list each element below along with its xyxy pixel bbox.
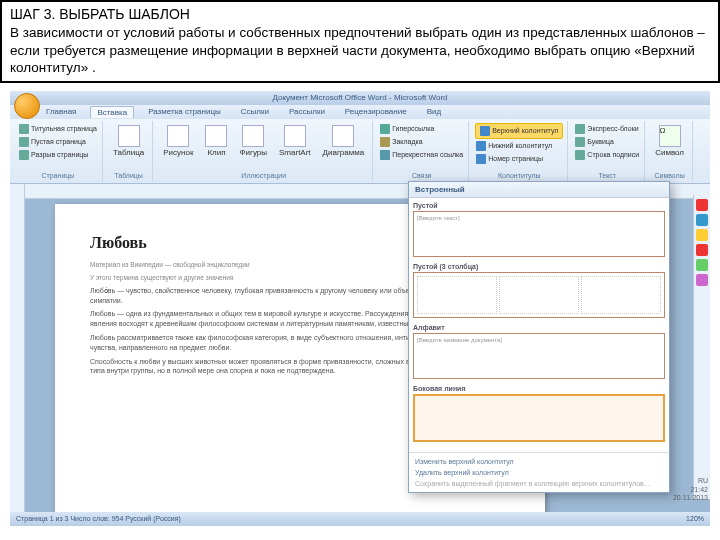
- tab-references[interactable]: Ссылки: [235, 106, 275, 117]
- group-label: Колонтитулы: [475, 172, 563, 179]
- btn-clip[interactable]: Клип: [201, 123, 231, 159]
- tab-view[interactable]: Вид: [421, 106, 447, 117]
- link-icon: [380, 124, 390, 134]
- status-zoom[interactable]: 120%: [686, 515, 704, 522]
- office-button[interactable]: [14, 93, 40, 119]
- clip-icon: [205, 125, 227, 147]
- bookmark-icon: [380, 137, 390, 147]
- chart-icon: [332, 125, 354, 147]
- status-bar: Страница 1 из 3 Число слов: 954 Русский …: [10, 512, 710, 526]
- template-label: Пустой (3 столбца): [413, 263, 665, 270]
- tab-layout[interactable]: Разметка страницы: [142, 106, 227, 117]
- template-preview: [413, 394, 665, 442]
- btn-express[interactable]: Экспресс-блоки: [574, 123, 640, 135]
- group-text: Экспресс-блоки Буквица Строка подписи Те…: [570, 121, 645, 181]
- pagenum-icon: [476, 154, 486, 164]
- dropdown-title: Встроенный: [409, 182, 669, 198]
- shapes-icon: [242, 125, 264, 147]
- symbol-icon: Ω: [659, 125, 681, 147]
- template-label: Боковая линия: [413, 385, 665, 392]
- blocks-icon: [575, 124, 585, 134]
- tray-time: 21:42: [673, 486, 708, 494]
- group-label: Символы: [651, 172, 688, 179]
- btn-chart[interactable]: Диаграмма: [319, 123, 369, 159]
- group-symbols: ΩСимвол Символы: [647, 121, 693, 181]
- footer-icon: [476, 141, 486, 151]
- ribbon: Титульная страница Пустая страница Разры…: [10, 119, 710, 184]
- instruction-box: ШАГ 3. ВЫБРАТЬ ШАБЛОН В зависимости от у…: [0, 0, 720, 83]
- sidebar-icon[interactable]: [696, 214, 708, 226]
- sidebar-icon[interactable]: [696, 229, 708, 241]
- btn-picture[interactable]: Рисунок: [159, 123, 197, 159]
- instruction-title: ШАГ 3. ВЫБРАТЬ ШАБЛОН: [10, 6, 710, 22]
- sig-icon: [575, 150, 585, 160]
- tab-insert[interactable]: Вставка: [90, 106, 134, 118]
- group-label: Страницы: [18, 172, 98, 179]
- sidebar-icon[interactable]: [696, 199, 708, 211]
- btn-cover-page[interactable]: Титульная страница: [18, 123, 98, 135]
- group-label: Текст: [574, 172, 640, 179]
- btn-header[interactable]: Верхний колонтитул: [475, 123, 563, 139]
- footer-edit-header[interactable]: Изменить верхний колонтитул: [415, 456, 663, 467]
- dropdown-footer: Изменить верхний колонтитул Удалить верх…: [409, 452, 669, 492]
- word-window: Документ Microsoft Office Word - Microso…: [10, 91, 710, 521]
- sidebar-icon[interactable]: [696, 274, 708, 286]
- tab-mailings[interactable]: Рассылки: [283, 106, 331, 117]
- page-icon: [19, 150, 29, 160]
- btn-hyperlink[interactable]: Гиперссылка: [379, 123, 464, 135]
- system-tray: RU 21:42 20.11.2013: [673, 477, 708, 502]
- group-label: Связи: [379, 172, 464, 179]
- template-label: Пустой: [413, 202, 665, 209]
- dropdown-body[interactable]: Пустой [Введите текст] Пустой (3 столбца…: [409, 198, 669, 452]
- template-label: Алфавит: [413, 324, 665, 331]
- btn-footer[interactable]: Нижний колонтитул: [475, 140, 563, 152]
- crossref-icon: [380, 150, 390, 160]
- page-icon: [19, 124, 29, 134]
- btn-signature[interactable]: Строка подписи: [574, 149, 640, 161]
- btn-page-number[interactable]: Номер страницы: [475, 153, 563, 165]
- picture-icon: [167, 125, 189, 147]
- btn-bookmark[interactable]: Закладка: [379, 136, 464, 148]
- btn-blank-page[interactable]: Пустая страница: [18, 136, 98, 148]
- template-item-3col[interactable]: Пустой (3 столбца): [413, 263, 665, 318]
- title-bar: Документ Microsoft Office Word - Microso…: [10, 91, 710, 105]
- group-links: Гиперссылка Закладка Перекрестная ссылка…: [375, 121, 469, 181]
- template-preview: [Введите текст]: [413, 211, 665, 257]
- template-item-sideline[interactable]: Боковая линия: [413, 385, 665, 442]
- smartart-icon: [284, 125, 306, 147]
- template-item-blank[interactable]: Пустой [Введите текст]: [413, 202, 665, 257]
- ruler-vertical[interactable]: [10, 184, 25, 512]
- instruction-body: В зависимости от условий работы и собств…: [10, 24, 710, 77]
- btn-crossref[interactable]: Перекрестная ссылка: [379, 149, 464, 161]
- footer-remove-header[interactable]: Удалить верхний колонтитул: [415, 467, 663, 478]
- template-item-alphabet[interactable]: Алфавит [Введите название документа]: [413, 324, 665, 379]
- btn-smartart[interactable]: SmartArt: [275, 123, 315, 159]
- dropcap-icon: [575, 137, 585, 147]
- btn-shapes[interactable]: Фигуры: [235, 123, 271, 159]
- sidebar-icon[interactable]: [696, 259, 708, 271]
- group-header-footer: Верхний колонтитул Нижний колонтитул Ном…: [471, 121, 568, 181]
- btn-page-break[interactable]: Разрыв страницы: [18, 149, 98, 161]
- header-gallery-dropdown: Встроенный Пустой [Введите текст] Пустой…: [408, 181, 670, 493]
- page-icon: [19, 137, 29, 147]
- sidebar-icon[interactable]: [696, 244, 708, 256]
- header-icon: [480, 126, 490, 136]
- btn-table[interactable]: Таблица: [109, 123, 148, 159]
- group-tables: Таблица Таблицы: [105, 121, 153, 181]
- group-label: Иллюстрации: [159, 172, 368, 179]
- btn-symbol[interactable]: ΩСимвол: [651, 123, 688, 159]
- group-pages: Титульная страница Пустая страница Разры…: [14, 121, 103, 181]
- tray-date: 20.11.2013: [673, 494, 708, 502]
- footer-save-selection[interactable]: Сохранить выделенный фрагмент в коллекци…: [415, 478, 663, 489]
- status-left: Страница 1 из 3 Число слов: 954 Русский …: [16, 515, 181, 522]
- template-preview: [Введите название документа]: [413, 333, 665, 379]
- ribbon-tabs: Главная Вставка Разметка страницы Ссылки…: [10, 105, 710, 119]
- btn-dropcap[interactable]: Буквица: [574, 136, 640, 148]
- group-illustrations: Рисунок Клип Фигуры SmartArt Диаграмма И…: [155, 121, 373, 181]
- table-icon: [118, 125, 140, 147]
- tab-home[interactable]: Главная: [40, 106, 82, 117]
- group-label: Таблицы: [109, 172, 148, 179]
- tab-review[interactable]: Рецензирование: [339, 106, 413, 117]
- tray-lang[interactable]: RU: [673, 477, 708, 485]
- template-preview: [413, 272, 665, 318]
